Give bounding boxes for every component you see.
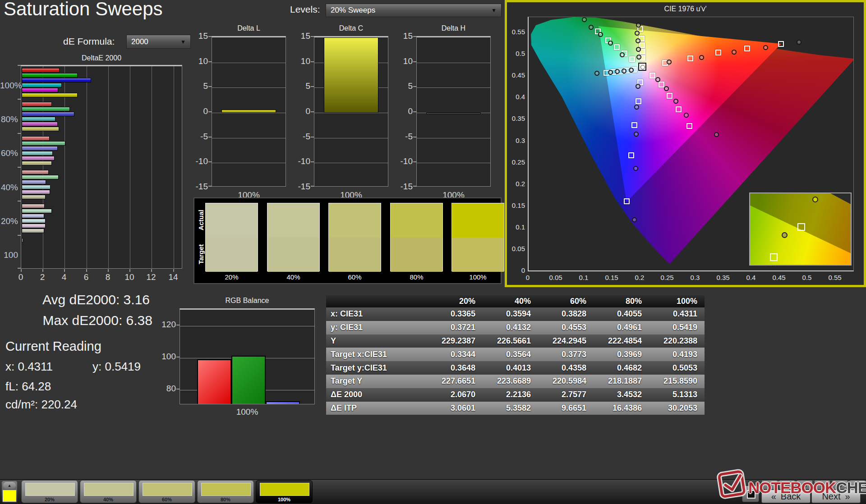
axis-tick xyxy=(18,235,21,236)
axis-tick xyxy=(129,269,130,272)
bar xyxy=(426,113,481,114)
rgb-balance-plot xyxy=(180,308,315,404)
window-toggle-button[interactable] xyxy=(742,486,759,502)
table-header-cell: 80% xyxy=(594,295,649,307)
axis-tick xyxy=(108,269,109,272)
patch-button-40%[interactable]: 40% xyxy=(80,480,137,503)
bar xyxy=(22,102,52,106)
actual-row-label: Actual xyxy=(197,210,205,230)
patch-button-100%[interactable]: 100% xyxy=(256,480,313,503)
axis-tick xyxy=(208,137,212,137)
cie-1976-chart-panel[interactable]: CIE 1976 u'v' 00.050.10.150.20.250.30.35… xyxy=(505,0,866,287)
x-axis-tick-label: 14 xyxy=(164,272,182,282)
toolbar-button[interactable] xyxy=(849,480,866,490)
y-axis-tick-label: 0.25 xyxy=(508,158,525,166)
measured-marker xyxy=(763,45,768,50)
bar xyxy=(22,78,91,82)
y-axis-tick-label: 15 xyxy=(290,31,310,41)
compare-swatch xyxy=(267,203,320,271)
bar xyxy=(22,122,58,126)
patch-swatch xyxy=(84,483,134,496)
x-axis-tick-label: 2 xyxy=(33,272,51,282)
table-row: x: CIE310.33650.35940.38280.40550.4311 xyxy=(326,307,705,321)
target-marker xyxy=(778,41,784,47)
measured-marker xyxy=(608,70,613,75)
target-marker xyxy=(715,50,721,55)
target-marker xyxy=(650,73,655,78)
actual-swatch xyxy=(452,203,504,238)
patch-button-60%[interactable]: 60% xyxy=(138,480,195,503)
y-axis-tick-label: 0.55 xyxy=(508,28,525,36)
y-axis-tick-label: 80 xyxy=(156,384,176,394)
inset-measured-marker xyxy=(812,197,818,202)
patch-button-80%[interactable]: 80% xyxy=(197,480,254,503)
gridline xyxy=(212,163,286,163)
de-formula-select-value: 2000 xyxy=(131,37,148,46)
measured-marker xyxy=(636,23,641,27)
x-axis-tick-label: 0.3 xyxy=(684,274,706,281)
gridline xyxy=(417,163,490,163)
axis-tick xyxy=(208,36,212,37)
table-cell: 0.4013 xyxy=(483,361,538,375)
swatch-column-label: 100% xyxy=(451,273,504,281)
table-row: y: CIE310.37210.41320.45530.49610.5419 xyxy=(326,321,705,334)
rgb-balance-title: RGB Balance xyxy=(180,297,315,305)
table-header-cell: 100% xyxy=(649,295,705,307)
axis-tick xyxy=(18,133,21,134)
x-axis-tick-label: 12 xyxy=(142,272,160,282)
x-axis-tick-label: 0.1 xyxy=(572,274,595,281)
target-marker xyxy=(744,46,750,51)
cie-plot-area xyxy=(528,17,854,271)
axis-tick xyxy=(176,357,180,357)
inset-target-marker xyxy=(770,253,778,261)
blue-bar xyxy=(266,401,300,404)
next-button[interactable]: Next » xyxy=(811,490,861,503)
levels-select[interactable]: 20% Sweeps ▼ xyxy=(326,4,502,17)
white-point-dot xyxy=(640,65,645,69)
gridline xyxy=(314,163,388,163)
target-marker xyxy=(667,93,673,99)
x-axis-tick-label: 0.4 xyxy=(740,274,762,281)
measured-marker xyxy=(632,217,637,222)
axis-tick xyxy=(413,161,416,162)
toolbar-button[interactable] xyxy=(832,480,848,490)
measured-marker xyxy=(629,68,634,73)
current-fl: fL: 64.28 xyxy=(5,380,51,394)
x-axis-tick-label: 0.45 xyxy=(768,274,790,281)
target-marker xyxy=(686,123,692,129)
axis-tick xyxy=(311,186,314,187)
toolbar-button[interactable] xyxy=(797,480,813,490)
patch-swatch xyxy=(25,483,75,496)
de-formula-select[interactable]: 2000 ▼ xyxy=(126,35,191,49)
axis-tick xyxy=(64,269,65,272)
y-axis-tick-label: 0 xyxy=(393,106,413,116)
gridline xyxy=(212,87,286,88)
toolbar-button[interactable] xyxy=(779,480,795,490)
target-marker xyxy=(659,82,664,87)
table-cell: 222.4854 xyxy=(594,334,649,348)
swatch-column-label: 60% xyxy=(328,273,381,281)
gridline xyxy=(417,63,490,63)
toolbar-button[interactable] xyxy=(761,480,778,490)
axis-tick xyxy=(21,269,22,272)
y-axis-tick-label: 0.2 xyxy=(508,180,525,188)
patch-up-button[interactable]: ▲ xyxy=(3,482,16,489)
table-cell: 0.4358 xyxy=(538,361,594,375)
actual-swatch xyxy=(391,203,442,238)
patch-button-label: 80% xyxy=(198,497,253,502)
patch-button-20%[interactable]: 20% xyxy=(21,480,78,503)
y-axis-tick-label: 5 xyxy=(393,81,413,91)
y-axis-tick-label: -10 xyxy=(188,156,208,166)
bar xyxy=(22,83,62,87)
deltae2000-title: DeltaE 2000 xyxy=(21,54,182,62)
bar xyxy=(22,73,78,78)
target-marker xyxy=(687,55,693,61)
target-swatch xyxy=(267,238,319,272)
axis-tick xyxy=(413,36,416,37)
measured-marker xyxy=(598,32,603,37)
table-cell: 9.6651 xyxy=(538,402,594,415)
toolbar-button[interactable] xyxy=(814,480,830,490)
table-cell: 0.3648 xyxy=(427,361,483,375)
back-button[interactable]: « Back xyxy=(761,490,811,503)
bar xyxy=(22,229,44,233)
